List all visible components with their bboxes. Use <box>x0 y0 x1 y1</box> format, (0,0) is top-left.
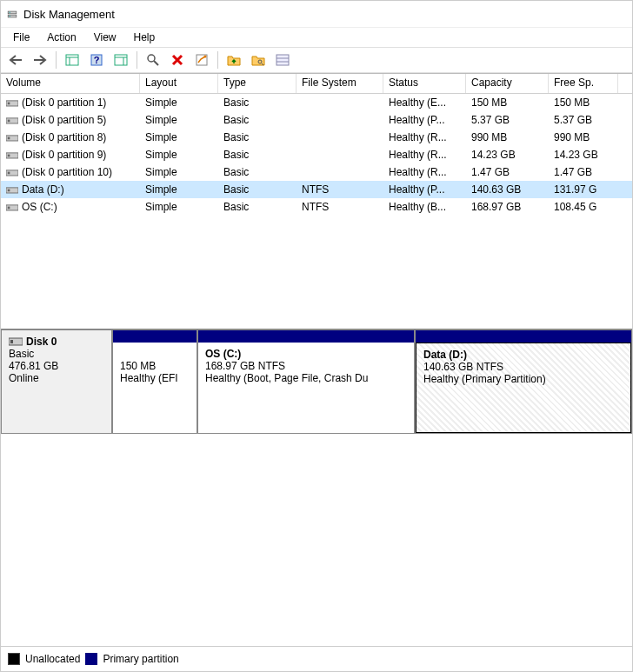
back-button[interactable] <box>4 49 27 71</box>
table-cell: 108.45 G <box>549 199 618 215</box>
table-cell: NTFS <box>297 199 383 215</box>
folder-up-button[interactable] <box>223 49 245 71</box>
refresh-button[interactable] <box>142 49 164 71</box>
table-cell: Data (D:) <box>1 182 140 197</box>
table-cell: Simple <box>140 112 218 128</box>
table-cell: (Disk 0 partition 5) <box>1 112 140 128</box>
column-header[interactable]: Type <box>218 74 297 93</box>
forward-button[interactable] <box>29 49 51 71</box>
menubar: FileActionViewHelp <box>1 27 632 47</box>
table-row[interactable]: (Disk 0 partition 1)SimpleBasicHealthy (… <box>1 94 632 111</box>
disk-graphical-view: Disk 0 Basic 476.81 GB Online 150 MBHeal… <box>1 329 632 434</box>
svg-rect-32 <box>8 189 10 191</box>
svg-rect-36 <box>10 340 13 343</box>
table-cell: Healthy (R... <box>383 164 466 180</box>
table-cell: Basic <box>218 130 297 145</box>
table-cell: 150 MB <box>466 95 549 110</box>
toolbar: ? <box>1 47 632 73</box>
primary-swatch <box>85 653 97 665</box>
disk-info-panel[interactable]: Disk 0 Basic 476.81 GB Online <box>1 329 112 434</box>
table-cell: 140.63 GB <box>466 182 549 197</box>
table-cell: 14.23 GB <box>466 147 549 163</box>
menu-file[interactable]: File <box>4 30 38 45</box>
svg-rect-22 <box>8 102 10 104</box>
table-cell: Simple <box>140 164 218 180</box>
table-row[interactable]: (Disk 0 partition 8)SimpleBasicHealthy (… <box>1 129 632 146</box>
table-row[interactable]: Data (D:)SimpleBasicNTFSHealthy (P...140… <box>1 181 632 198</box>
show-hide-action-pane-button[interactable] <box>110 49 132 71</box>
svg-rect-24 <box>8 119 10 122</box>
primary-label: Primary partition <box>103 653 178 665</box>
column-header[interactable]: Status <box>383 74 466 93</box>
table-cell: Healthy (R... <box>383 130 466 145</box>
table-cell: Simple <box>140 182 218 197</box>
table-cell: Basic <box>218 95 297 110</box>
disk-state: Online <box>9 372 104 384</box>
delete-button[interactable] <box>166 49 189 71</box>
window-title: Disk Management <box>23 8 115 21</box>
show-hide-console-button[interactable] <box>61 49 83 71</box>
column-header[interactable]: File System <box>297 74 383 93</box>
svg-rect-18 <box>277 55 289 65</box>
disk-size: 476.81 GB <box>9 360 104 372</box>
column-header[interactable]: Free Sp. <box>549 74 618 93</box>
app-icon <box>6 10 18 19</box>
menu-help[interactable]: Help <box>125 30 164 45</box>
table-cell <box>297 153 383 156</box>
table-cell <box>297 170 383 174</box>
table-row[interactable]: OS (C:)SimpleBasicNTFSHealthy (B...168.9… <box>1 198 632 216</box>
column-header[interactable]: Capacity <box>466 74 549 93</box>
help-button[interactable]: ? <box>85 49 108 71</box>
column-header[interactable]: Volume <box>1 74 140 93</box>
svg-rect-2 <box>10 11 10 12</box>
table-cell: Simple <box>140 147 218 163</box>
table-cell: 1.47 GB <box>549 164 618 180</box>
partition-block[interactable]: Data (D:)140.63 GB NTFSHealthy (Primary … <box>415 329 632 434</box>
table-cell: Simple <box>140 95 218 110</box>
svg-rect-26 <box>8 136 10 139</box>
table-row[interactable]: (Disk 0 partition 9)SimpleBasicHealthy (… <box>1 146 632 163</box>
menu-action[interactable]: Action <box>38 30 84 45</box>
list-view-button[interactable] <box>271 49 294 71</box>
menu-view[interactable]: View <box>85 30 125 45</box>
titlebar: Disk Management <box>1 1 632 27</box>
legend: Unallocated Primary partition <box>1 646 632 671</box>
unallocated-swatch <box>8 653 20 665</box>
table-cell: 5.37 GB <box>466 112 549 128</box>
table-cell: Basic <box>218 164 297 180</box>
table-cell: (Disk 0 partition 1) <box>1 95 140 110</box>
table-cell: Basic <box>218 147 297 163</box>
table-cell: Basic <box>218 112 297 128</box>
svg-rect-30 <box>8 171 10 174</box>
table-cell: Basic <box>218 199 297 215</box>
table-cell: 5.37 GB <box>549 112 618 128</box>
table-cell <box>297 118 383 122</box>
partition-block[interactable]: OS (C:)168.97 GB NTFSHealthy (Boot, Page… <box>197 329 415 434</box>
column-header[interactable]: Layout <box>140 74 218 93</box>
table-cell: 1.47 GB <box>466 164 549 180</box>
folder-search-button[interactable] <box>247 49 270 71</box>
table-cell: Simple <box>140 130 218 145</box>
table-row[interactable]: (Disk 0 partition 5)SimpleBasicHealthy (… <box>1 111 632 129</box>
table-cell: 168.97 GB <box>466 199 549 215</box>
svg-rect-4 <box>66 55 78 65</box>
svg-line-13 <box>154 61 158 65</box>
volume-list: VolumeLayoutTypeFile SystemStatusCapacit… <box>1 73 632 329</box>
table-cell: 150 MB <box>549 95 618 110</box>
partition-block[interactable]: 150 MBHealthy (EFI <box>112 329 197 434</box>
table-cell: Basic <box>218 182 297 197</box>
unallocated-label: Unallocated <box>25 653 80 665</box>
table-cell: 14.23 GB <box>549 147 618 163</box>
table-cell: Healthy (B... <box>383 199 466 215</box>
table-cell <box>297 101 383 104</box>
volume-list-body[interactable]: (Disk 0 partition 1)SimpleBasicHealthy (… <box>1 94 632 329</box>
volume-list-header: VolumeLayoutTypeFile SystemStatusCapacit… <box>1 74 632 94</box>
properties-button[interactable] <box>190 49 213 71</box>
disk-type: Basic <box>9 348 104 360</box>
table-cell: (Disk 0 partition 8) <box>1 130 140 145</box>
table-cell: NTFS <box>297 182 383 197</box>
table-cell: Simple <box>140 199 218 215</box>
table-cell: (Disk 0 partition 10) <box>1 164 140 180</box>
table-cell: Healthy (P... <box>383 112 466 128</box>
table-row[interactable]: (Disk 0 partition 10)SimpleBasicHealthy … <box>1 163 632 181</box>
